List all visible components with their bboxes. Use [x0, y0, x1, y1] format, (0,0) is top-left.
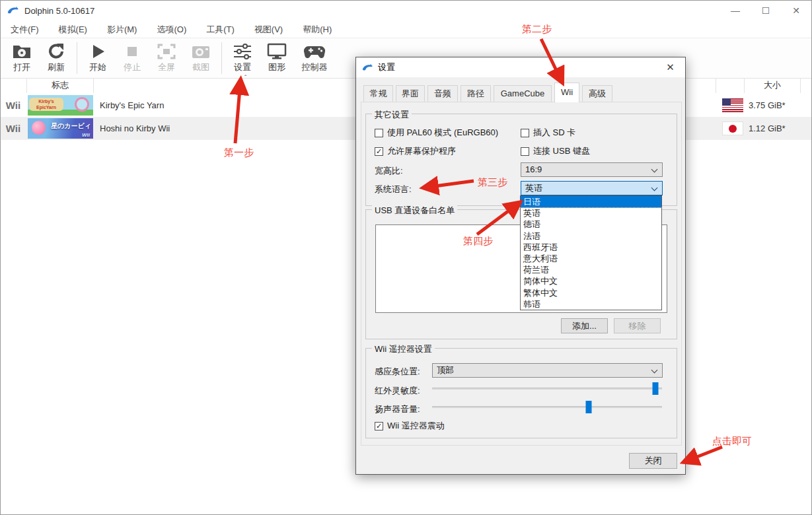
- dialog-titlebar: 设置 ✕: [356, 57, 685, 77]
- remove-button: 移除: [614, 318, 661, 333]
- checkbox-sd-card[interactable]: 插入 SD 卡: [521, 127, 575, 138]
- yarn-kirby-art: [75, 97, 89, 112]
- menu-movie[interactable]: 影片(M): [97, 20, 147, 38]
- toolbar-separator: [221, 42, 222, 74]
- aspect-ratio-combo[interactable]: 16:9: [521, 162, 663, 177]
- ir-sensitivity-slider[interactable]: [432, 382, 662, 395]
- dropdown-option-japanese[interactable]: 日语: [521, 196, 661, 207]
- arrow-click: [685, 447, 722, 462]
- checkbox-screensaver[interactable]: ✓ 允许屏幕保护程序: [375, 146, 456, 156]
- checkbox-wiimote-rumble[interactable]: ✓ Wii 遥控器震动: [375, 421, 445, 431]
- dialog-title: 设置: [378, 61, 395, 73]
- platform-label: Wii: [1, 94, 26, 117]
- refresh-button[interactable]: 刷新: [39, 40, 73, 77]
- sensor-bar-label: 感应条位置:: [375, 366, 420, 378]
- aspect-ratio-label: 宽高比:: [375, 165, 403, 177]
- menu-emulation[interactable]: 模拟(E): [49, 20, 97, 38]
- add-button[interactable]: 添加...: [561, 318, 608, 333]
- minimize-button[interactable]: —: [720, 1, 751, 20]
- checkbox-box: [521, 129, 529, 137]
- menu-view[interactable]: 视图(V): [244, 20, 293, 38]
- sliders-icon: [233, 43, 252, 60]
- column-header-banner[interactable]: 标志: [26, 79, 94, 93]
- screenshot-button: 截图: [184, 40, 218, 77]
- stop-button: 停止: [115, 40, 149, 77]
- chevron-down-icon: [651, 367, 658, 374]
- refresh-icon: [47, 43, 65, 60]
- play-icon: [89, 43, 106, 60]
- titlebar: Dolphin 5.0-10617 — ☐ ✕: [1, 1, 811, 20]
- dolphin-logo-icon: [362, 63, 373, 72]
- menu-tools[interactable]: 工具(T): [196, 20, 244, 38]
- checkbox-pal60[interactable]: 使用 PAL60 模式 (EuRGB60): [375, 127, 498, 138]
- dropdown-option-english[interactable]: 英语: [521, 207, 661, 219]
- tab-audio[interactable]: 音频: [427, 85, 458, 102]
- ir-sensitivity-label: 红外灵敏度:: [375, 385, 420, 397]
- platform-label: Wii: [1, 117, 26, 140]
- fullscreen-icon: [157, 43, 176, 60]
- close-button[interactable]: 关闭: [629, 453, 677, 469]
- checkbox-usb-keyboard[interactable]: 连接 USB 键盘: [521, 146, 590, 156]
- game-size: 3.75 GiB*: [749, 94, 786, 117]
- menu-help[interactable]: 帮助(H): [293, 20, 342, 38]
- tab-interface[interactable]: 界面: [396, 85, 425, 102]
- game-banner: Kirby's EpicYarn: [28, 95, 93, 116]
- tab-advanced[interactable]: 高级: [582, 85, 612, 102]
- toolbar-separator: [77, 42, 77, 74]
- dropdown-option-simplified-chinese[interactable]: 简体中文: [521, 275, 661, 287]
- gamepad-icon: [303, 43, 326, 60]
- japan-flag-icon: [722, 121, 743, 135]
- sensor-bar-combo[interactable]: 顶部: [432, 363, 663, 378]
- chevron-down-icon: [651, 166, 658, 173]
- menu-file[interactable]: 文件(F): [1, 20, 49, 38]
- kirby-art: [32, 121, 46, 135]
- language-dropdown-list: 日语 英语 德语 法语 西班牙语 意大利语 荷兰语 简体中文 繁体中文 韩语: [520, 195, 662, 310]
- speaker-volume-label: 扬声器音量:: [375, 403, 420, 415]
- fullscreen-button: 全屏: [149, 40, 184, 77]
- speaker-volume-slider[interactable]: [432, 401, 662, 413]
- controllers-button[interactable]: 控制器: [294, 40, 335, 77]
- chevron-down-icon: [651, 185, 658, 191]
- camera-icon: [191, 43, 211, 60]
- window-title: Dolphin 5.0-10617: [24, 6, 94, 16]
- slider-track: [432, 388, 662, 390]
- dolphin-window: Dolphin 5.0-10617 — ☐ ✕ 文件(F) 模拟(E) 影片(M…: [0, 0, 812, 515]
- dolphin-logo-icon: [7, 6, 19, 15]
- system-language-combo[interactable]: 英语: [521, 181, 663, 195]
- tab-gamecube[interactable]: GameCube: [494, 85, 552, 102]
- dropdown-option-italian[interactable]: 意大利语: [521, 253, 661, 264]
- annotation-click-hint: 点击即可: [712, 435, 752, 448]
- close-window-button[interactable]: ✕: [781, 1, 811, 20]
- monitor-icon: [267, 43, 287, 60]
- dropdown-option-german[interactable]: 德语: [521, 219, 661, 230]
- slider-handle[interactable]: [585, 401, 591, 413]
- dropdown-option-spanish[interactable]: 西班牙语: [521, 242, 661, 253]
- slider-track: [432, 406, 662, 408]
- play-button[interactable]: 开始: [81, 40, 115, 77]
- column-header-size[interactable]: 大小: [745, 79, 801, 93]
- column-header-region[interactable]: [716, 79, 745, 93]
- game-title: Hoshi no Kirby Wii: [100, 117, 170, 140]
- maximize-button[interactable]: ☐: [751, 1, 781, 20]
- slider-handle[interactable]: [652, 382, 658, 395]
- open-button[interactable]: 打开: [5, 40, 39, 77]
- annotation-step1: 第一步: [224, 147, 254, 159]
- menu-options[interactable]: 选项(O): [147, 20, 196, 38]
- menubar: 文件(F) 模拟(E) 影片(M) 选项(O) 工具(T) 视图(V) 帮助(H…: [1, 20, 811, 38]
- checkbox-box: ✓: [375, 147, 383, 156]
- dropdown-option-korean[interactable]: 韩语: [521, 298, 661, 310]
- game-size: 1.12 GiB*: [749, 117, 786, 140]
- open-folder-icon: [12, 43, 32, 60]
- dropdown-option-dutch[interactable]: 荷兰语: [521, 264, 661, 275]
- checkbox-box: [521, 147, 529, 156]
- usa-flag-icon: [722, 98, 743, 112]
- tab-paths[interactable]: 路径: [461, 85, 491, 102]
- tab-general[interactable]: 常规: [363, 85, 393, 102]
- dialog-close-icon[interactable]: ✕: [655, 57, 685, 77]
- graphics-button[interactable]: 图形: [260, 40, 294, 77]
- system-language-label: 系统语言:: [375, 184, 412, 195]
- dropdown-option-french[interactable]: 法语: [521, 230, 661, 242]
- dropdown-option-traditional-chinese[interactable]: 繁体中文: [521, 287, 661, 298]
- tab-wii[interactable]: Wii: [554, 83, 579, 102]
- settings-button[interactable]: 设置: [225, 40, 260, 77]
